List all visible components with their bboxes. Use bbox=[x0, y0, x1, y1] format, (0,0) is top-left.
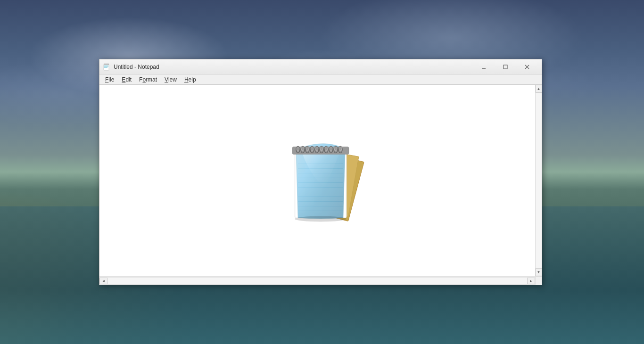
scroll-track-horizontal[interactable] bbox=[107, 278, 527, 284]
menu-help[interactable]: Help bbox=[181, 75, 200, 84]
content-area: ▲ ▼ bbox=[99, 85, 542, 276]
vertical-scrollbar: ▲ ▼ bbox=[535, 85, 542, 276]
svg-rect-0 bbox=[104, 64, 109, 70]
menu-format[interactable]: Format bbox=[135, 75, 161, 84]
scroll-right-button[interactable]: ► bbox=[527, 278, 535, 284]
scroll-down-button[interactable]: ▼ bbox=[536, 268, 542, 276]
notepad-icon bbox=[269, 126, 372, 225]
menu-file[interactable]: File bbox=[101, 75, 118, 84]
svg-point-7 bbox=[106, 64, 107, 65]
svg-point-8 bbox=[107, 64, 108, 65]
minimize-button[interactable] bbox=[473, 59, 495, 74]
bottom-bar: ◄ ► bbox=[99, 276, 542, 285]
svg-rect-1 bbox=[104, 66, 108, 66]
horizontal-scrollbar: ◄ ► bbox=[99, 278, 535, 284]
window-controls bbox=[473, 59, 538, 74]
resize-corner[interactable] bbox=[535, 277, 542, 285]
title-bar: Untitled - Notepad bbox=[99, 59, 542, 74]
scroll-track-vertical[interactable] bbox=[536, 93, 542, 268]
app-icon bbox=[103, 63, 111, 71]
svg-rect-11 bbox=[504, 65, 507, 69]
svg-point-5 bbox=[104, 64, 105, 65]
menu-edit[interactable]: Edit bbox=[118, 75, 135, 84]
svg-point-6 bbox=[105, 64, 106, 65]
menu-view[interactable]: View bbox=[161, 75, 181, 84]
window-title: Untitled - Notepad bbox=[114, 64, 473, 70]
svg-rect-3 bbox=[104, 67, 107, 68]
maximize-button[interactable] bbox=[495, 59, 516, 74]
svg-point-50 bbox=[295, 216, 347, 222]
close-button[interactable] bbox=[516, 59, 538, 74]
svg-point-9 bbox=[108, 64, 109, 65]
scroll-left-button[interactable]: ◄ bbox=[99, 278, 107, 284]
notepad-window: Untitled - Notepad File Edit bbox=[99, 59, 542, 285]
notepad-icon-container bbox=[269, 126, 372, 225]
scroll-up-button[interactable]: ▲ bbox=[536, 85, 542, 93]
svg-rect-2 bbox=[104, 66, 108, 67]
menu-bar: File Edit Format View Help bbox=[99, 74, 542, 85]
